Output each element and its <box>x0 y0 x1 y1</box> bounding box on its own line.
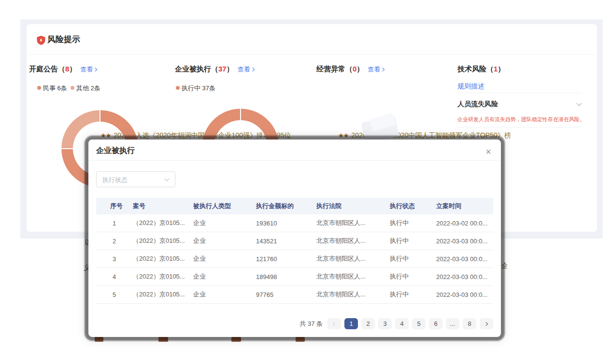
section-title-jingyingyichang: 经营异常（0）查看 <box>316 64 384 75</box>
section-title-kaiting: 开庭公告（8）查看 <box>29 64 97 75</box>
legend-dot-minshi <box>37 86 41 90</box>
risk-item-title: 人员流失风险 <box>457 100 498 108</box>
medal-icon: ★★ <box>338 132 348 139</box>
chevron-right-icon <box>484 322 488 325</box>
pagination-ellipsis[interactable]: ... <box>446 318 459 329</box>
risk-shield-icon <box>37 36 45 45</box>
pagination-page-5[interactable]: 5 <box>412 318 426 329</box>
col4-divider-1 <box>457 93 582 93</box>
rule-desc-link[interactable]: 规则描述 <box>457 82 484 90</box>
pagination-page-6[interactable]: 6 <box>429 318 442 329</box>
th-status: 执行状态 <box>390 202 436 210</box>
pagination-page-8[interactable]: 8 <box>463 318 476 329</box>
chevron-down-icon <box>165 177 170 182</box>
view-link-kaiting[interactable]: 查看 <box>80 66 97 73</box>
legend-label-qita: 其他 2条 <box>76 84 100 92</box>
th-no: 序号 <box>110 202 133 210</box>
execution-table: 序号 案号 被执行人类型 执行金额标的 执行法院 执行状态 立案时间 1 （20… <box>96 198 493 304</box>
background-chart-fragment <box>231 337 241 342</box>
legend-dot-zhixingzhong <box>176 86 180 90</box>
modal-title: 企业被执行 <box>96 145 135 156</box>
col4-divider-2 <box>457 127 582 127</box>
background-chart-fragment <box>296 337 305 342</box>
th-amount: 执行金额标的 <box>256 202 316 210</box>
modal-beizhixing: 企业被执行 × 执行状态 序号 案号 被执行人类型 执行金额标的 执行法院 执行… <box>88 140 501 337</box>
pagination-page-3[interactable]: 3 <box>378 318 392 329</box>
pagination-page-2[interactable]: 2 <box>361 318 375 329</box>
pagination-prev-button[interactable] <box>327 318 341 329</box>
pagination-page-4[interactable]: 4 <box>395 318 409 329</box>
status-filter-select[interactable]: 执行状态 <box>96 171 175 187</box>
stage: 风险提示 开庭公告（8）查看 企业被执行（37）查看 经营异常（0）查看 技术风… <box>0 0 612 364</box>
background-chart-fragment <box>158 337 168 342</box>
risk-item-desc: 企业研发人员有流失趋势，团队稳定性存在潜在风险。 <box>457 116 585 123</box>
pagination-next-button[interactable] <box>480 318 493 329</box>
chevron-right-icon <box>381 68 384 71</box>
pagination-page-1[interactable]: 1 <box>344 318 358 329</box>
chevron-left-icon <box>333 322 337 325</box>
chevron-right-icon <box>250 68 254 71</box>
panel-title: 风险提示 <box>47 34 80 45</box>
view-link-beizhixing[interactable]: 查看 <box>238 66 254 73</box>
th-date: 立案时间 <box>436 202 493 210</box>
view-link-jingyingyichang[interactable]: 查看 <box>368 66 384 73</box>
section-title-beizhixing: 企业被执行（37）查看 <box>175 64 254 75</box>
table-row: 1 （2022）京0105... 企业 193610 北京市朝阳区人... 执行… <box>96 214 493 232</box>
header-divider <box>27 54 597 55</box>
pagination: 共 37 条 1 2 3 4 5 6 ... 8 <box>299 318 493 329</box>
background-text-fragment: 企 <box>501 262 507 270</box>
legend-label-zhixingzhong: 执行中 37条 <box>182 84 215 92</box>
chevron-right-icon <box>93 68 97 71</box>
table-row: 3 （2022）京0105... 企业 121760 北京市朝阳区人... 执行… <box>96 250 493 268</box>
table-row: 4 （2022）京0105... 企业 189498 北京市朝阳区人... 执行… <box>96 268 493 286</box>
th-type: 被执行人类型 <box>193 202 256 210</box>
background-chart-fragment <box>95 337 103 342</box>
pagination-total: 共 37 条 <box>299 318 323 329</box>
table-header-row: 序号 案号 被执行人类型 执行金额标的 执行法院 执行状态 立案时间 <box>96 198 493 214</box>
modal-title-divider <box>88 160 501 161</box>
select-placeholder: 执行状态 <box>102 176 128 184</box>
legend-dot-qita <box>71 86 74 90</box>
table-row: 2 （2022）京0105... 企业 143521 北京市朝阳区人... 执行… <box>96 232 493 250</box>
th-court: 执行法院 <box>316 202 390 210</box>
table-row: 5 （2022）京0105... 企业 97765 北京市朝阳区人... 执行中… <box>96 286 493 304</box>
th-case: 案号 <box>133 202 193 210</box>
section-title-jishufengxian: 技术风险（1） <box>457 64 505 74</box>
chevron-down-icon[interactable] <box>576 100 582 106</box>
legend-label-minshi: 民事 6条 <box>43 84 67 92</box>
close-icon[interactable]: × <box>484 147 493 157</box>
